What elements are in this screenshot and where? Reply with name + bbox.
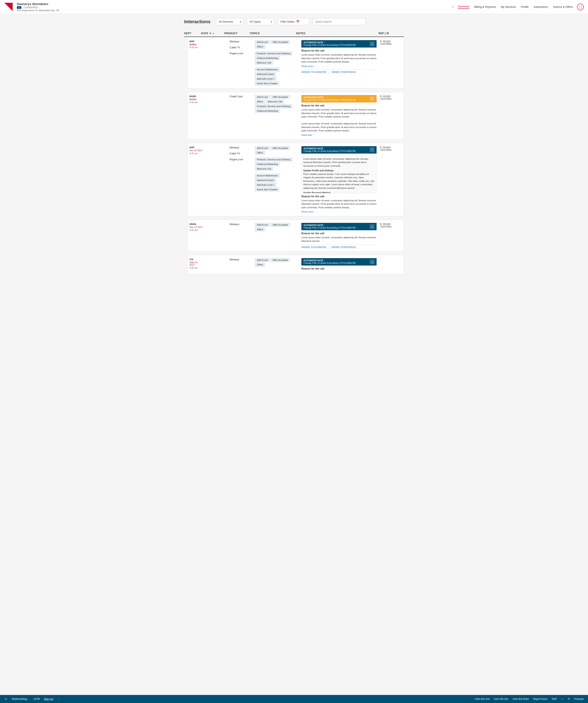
nav-billing[interactable]: Billing & Payment [474,5,496,8]
order-link-1[interactable]: ORDER: PO123456789 [302,246,326,248]
note-text-wrap: AUTOMATED NOTE : Change Plan of Share Ev… [304,147,355,152]
header-bell-icon[interactable]: ◯ [577,4,584,10]
page-body: Interactions All Services All Types Filt… [178,14,410,282]
order-link-1[interactable]: ORDER: PO123456789 [302,71,326,73]
note-label: AUTOMATED NOTE : [304,259,355,262]
tag: Add A Line [255,146,270,150]
dept-label: RHP [189,146,203,149]
note-toggle-button[interactable]: ⌄ [370,224,374,229]
reason-title: Reason for the call: [302,49,376,52]
show-more-button[interactable]: Show more ⌄ [302,65,376,68]
interaction-card: CIS Sept 10 2017 9:32 am Wireless Add A … [187,255,404,274]
product-col: Wireless [228,255,253,274]
notes-col: AUTOMATED NOTE : Change Plan of Share Ev… [300,220,378,251]
show-less-button[interactable]: Show less ⌃ [302,134,376,137]
service-filter[interactable]: All Services [216,18,244,25]
nav-overview[interactable]: Overview [458,5,469,9]
product-col: Wireless [228,220,253,251]
tags-group: Add A Line Offer Accepted Offers [255,40,298,49]
tag: Outbound Marketing [255,162,280,166]
reason-text: Lorem ipsum dolor sit amet, consectetur … [302,236,376,243]
automated-note: AUTOMATED NOTE : Change Plan of Share Ev… [302,223,376,230]
th-notes: NOTES [296,32,379,35]
note-toggle-button[interactable]: ⌄ [370,42,374,46]
th-date[interactable]: DATE ▼ [201,32,224,35]
notes-col: AUTOMATED NOTE : Change Plan of Share Ev… [300,255,378,274]
interaction-body: BANK Active 9:32 am Credit Card Add A Li… [188,92,404,139]
product-name: Wireless [230,40,252,43]
note-content: Change Plan of Share Everything # PO1234… [304,99,355,101]
order-link-2[interactable]: ORDER: PO987654321 [331,246,356,248]
date-label: Sept 10 2017 [189,261,203,266]
dept-label: CIS [189,258,203,261]
reason-title: Reason for the call: [302,232,376,235]
expanded-bold-1: Update Profile and Settings [303,169,375,172]
note-toggle-button[interactable]: ⌃ [370,96,374,101]
tag: Offers [255,151,265,155]
tag: Offer Accepted [271,95,290,99]
date-col [205,92,228,139]
user-details: L1 | 12345678912 [17,6,447,9]
nav-services[interactable]: My Services [501,5,516,8]
status-label: Active [189,98,203,100]
tag: Action Item Created [255,82,279,85]
rep-col: R: 951802735370991 [378,92,404,139]
interaction-body: RHP Dec 22 2017 9:32 am Wireless Cable T… [188,143,404,216]
note-text-wrap: AUTOMATED NOTE : Change Plan of Share Ev… [304,96,355,101]
tags-group: Add A Line Offer Accepted Offers [255,223,298,231]
tag: Offer Accepted [271,40,290,44]
tags-group: Account Maintenace Address/Contact Add A… [255,68,298,85]
dept-col: CIS Sept 10 2017 9:32 am [188,255,205,274]
user-name: Daenerys Stormborn [17,2,447,6]
main-content: Interactions All Services All Types Filt… [0,14,588,295]
notes-col: AUTOMATED NOTE : Change Plan of Share Ev… [300,143,378,216]
search-input[interactable] [316,20,363,23]
date-col [205,220,228,251]
user-dropdown-icon[interactable]: ▾ [452,6,453,8]
interaction-card: EMAIL Nov 12 2017 9:32 am Wireless Add A… [187,220,404,252]
nav-actions[interactable]: Actions & Offers [553,5,573,8]
order-links: ORDER: PO123456789 | ORDER: PO987654321 [302,244,376,248]
tag: Welcome Call [266,100,284,103]
rep-col: R: 951802735370991 [378,37,404,88]
product-col: Wireless Cable TV Rogers.com [228,37,253,88]
user-address: 394 Dragonstone Dr. Blackwater Bay, SK [17,9,447,12]
tag: Offers [255,100,265,103]
tag: Address/Contact [255,72,276,76]
time-label: 9:32 am [189,152,203,155]
product-name: Wireless [230,223,252,226]
tag: Add A Line [255,40,270,44]
th-rep: REP | ID [379,32,404,35]
interaction-row: RHP Dec 22 2017 9:32 am Wireless Cable T… [184,143,404,217]
interaction-row: EMAIL Nov 12 2017 9:32 am Wireless Add A… [184,220,404,252]
date-filter[interactable]: Filter Dates 📅 [278,18,310,25]
user-badge: L1 [17,6,21,9]
order-link-2[interactable]: ORDER: PO987654321 [331,71,356,73]
show-more-button[interactable]: Show more ⌄ [302,210,376,213]
reason-title: Reason for the call: [302,267,376,270]
topics-col: Add A Line Offer Accepted Offers [253,255,300,274]
nav-interactions[interactable]: Interactions [534,5,548,8]
tag: Welcome Call [255,61,273,65]
nav-profile[interactable]: Profile [521,5,529,8]
date-label: Nov 12 2017 [189,226,203,228]
dept-label: RHP [189,40,203,43]
filters-row: Interactions All Services All Types Filt… [184,18,404,25]
tag: Add A Line [255,95,270,99]
date-filter-label: Filter Dates [280,20,295,23]
product-col: Wireless Cable TV Rogers.com [228,143,253,216]
note-toggle-button[interactable]: ⌃ [370,147,374,152]
interaction-row: CIS Sept 10 2017 9:32 am Wireless Add A … [184,255,404,274]
type-filter[interactable]: All Types [247,18,274,25]
th-topics: TOPICS [250,32,296,35]
dept-col: EMAIL Nov 12 2017 9:32 am [188,220,205,251]
product-name: Cable TV [230,46,252,49]
table-header: DEPT DATE ▼ PRODUCT TOPICS NOTES REP | I… [184,30,404,37]
tag: Offers [255,45,265,49]
tag: Add Auth Level 1 [255,183,276,187]
time-label: 9:32 am [189,266,203,269]
dept-label: EMAIL [189,223,203,225]
tags-group: Account Maintenace Address/Contact Add A… [255,174,298,191]
note-toggle-button[interactable]: ⌄ [370,260,374,264]
note-text-wrap: AUTOMATED NOTE : Change Plan of Share Ev… [304,224,355,229]
